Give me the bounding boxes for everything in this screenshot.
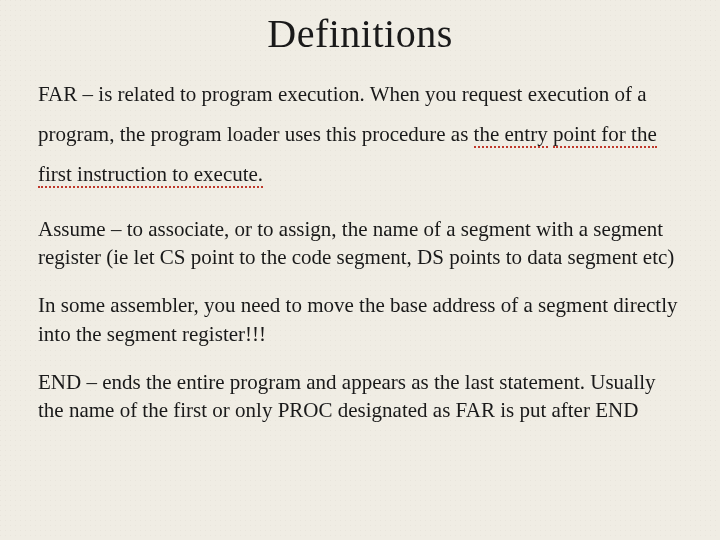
slide-content: Definitions FAR – is related to program … bbox=[0, 0, 720, 540]
note-assembler: In some assembler, you need to move the … bbox=[38, 291, 682, 348]
definition-assume: Assume – to associate, or to assign, the… bbox=[38, 215, 682, 272]
definition-far: FAR – is related to program execution. W… bbox=[38, 75, 682, 195]
slide-title: Definitions bbox=[38, 10, 682, 57]
grammar-error-1: the entry bbox=[474, 122, 548, 148]
definition-end: END – ends the entire program and appear… bbox=[38, 368, 682, 425]
